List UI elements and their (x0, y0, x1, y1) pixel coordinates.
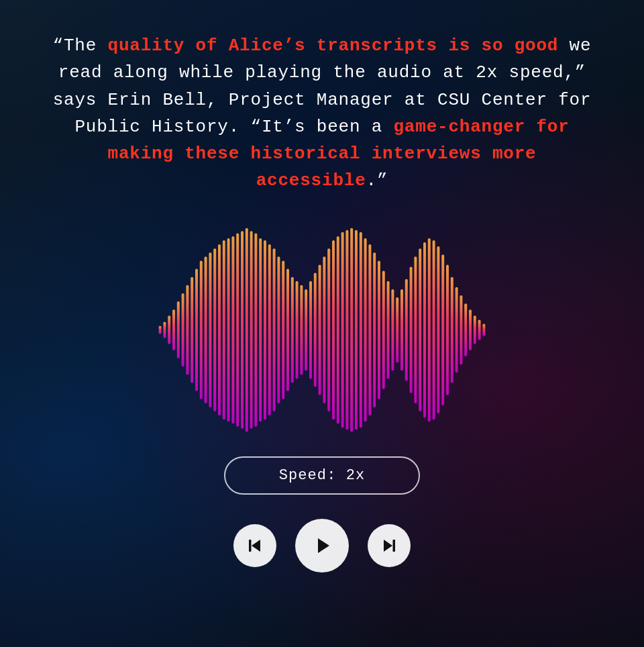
svg-rect-1 (163, 321, 166, 338)
svg-rect-63 (446, 264, 449, 395)
svg-rect-6 (186, 285, 189, 375)
svg-rect-46 (368, 244, 371, 415)
svg-rect-17 (236, 233, 239, 426)
svg-rect-7 (191, 277, 193, 383)
svg-rect-20 (250, 231, 253, 428)
svg-rect-72 (249, 540, 252, 552)
svg-rect-47 (373, 252, 376, 407)
svg-rect-16 (231, 236, 234, 424)
svg-rect-14 (223, 240, 225, 419)
svg-rect-2 (168, 315, 170, 344)
svg-rect-26 (277, 256, 280, 403)
svg-rect-4 (177, 301, 180, 358)
svg-rect-15 (227, 238, 230, 421)
svg-rect-51 (391, 289, 394, 370)
svg-rect-41 (345, 230, 348, 430)
quote-highlight1: quality of Alice’s transcripts is so goo… (108, 36, 559, 56)
svg-rect-44 (360, 232, 362, 428)
svg-rect-48 (378, 260, 380, 399)
skip-forward-button[interactable] (368, 524, 411, 567)
svg-rect-38 (332, 240, 335, 419)
playback-controls (233, 519, 411, 573)
svg-rect-50 (387, 281, 390, 379)
svg-rect-21 (254, 233, 257, 426)
skip-back-icon (246, 536, 264, 555)
waveform-svg (148, 215, 496, 436)
svg-rect-65 (455, 287, 458, 373)
svg-rect-56 (414, 256, 417, 403)
svg-rect-31 (300, 285, 303, 375)
svg-marker-73 (252, 540, 260, 552)
svg-rect-58 (423, 242, 426, 417)
play-button[interactable] (295, 519, 349, 573)
svg-rect-12 (213, 248, 216, 411)
waveform-container (148, 215, 496, 436)
svg-rect-36 (323, 256, 325, 403)
svg-rect-45 (364, 238, 367, 421)
svg-rect-9 (200, 260, 203, 399)
main-content: “The quality of Alice’s transcripts is s… (0, 0, 644, 647)
svg-rect-25 (273, 248, 276, 411)
svg-rect-59 (428, 238, 431, 421)
svg-rect-19 (246, 228, 248, 432)
quote-opening: “The (53, 36, 108, 56)
svg-rect-32 (305, 289, 307, 370)
svg-rect-64 (451, 277, 453, 383)
svg-marker-74 (318, 538, 329, 553)
speed-badge-label: Speed: 2x (279, 467, 366, 484)
svg-rect-57 (419, 248, 421, 411)
svg-rect-42 (350, 228, 353, 432)
svg-rect-34 (314, 272, 317, 387)
svg-rect-52 (396, 297, 398, 362)
svg-rect-0 (159, 326, 162, 334)
svg-rect-23 (264, 240, 266, 419)
quote-closing: .” (366, 170, 388, 191)
svg-rect-53 (400, 289, 403, 370)
svg-rect-49 (382, 270, 385, 389)
svg-rect-27 (282, 260, 284, 399)
svg-marker-76 (384, 540, 392, 552)
svg-rect-62 (441, 254, 444, 405)
svg-rect-5 (182, 293, 184, 366)
svg-rect-37 (327, 248, 330, 411)
svg-rect-55 (410, 266, 413, 393)
svg-rect-67 (464, 303, 467, 356)
svg-rect-69 (474, 315, 476, 344)
skip-back-button[interactable] (233, 524, 276, 567)
svg-rect-8 (195, 268, 198, 391)
svg-rect-43 (355, 230, 358, 430)
play-icon (311, 534, 333, 557)
svg-rect-33 (309, 281, 312, 379)
svg-rect-10 (205, 256, 207, 403)
speed-badge-button[interactable]: Speed: 2x (224, 456, 421, 495)
svg-rect-30 (296, 281, 299, 379)
svg-rect-70 (478, 319, 481, 340)
svg-rect-40 (341, 232, 344, 428)
svg-rect-18 (241, 231, 244, 428)
svg-rect-24 (268, 244, 271, 415)
svg-rect-68 (469, 309, 472, 350)
svg-rect-39 (337, 236, 339, 424)
quote-text: “The quality of Alice’s transcripts is s… (40, 32, 604, 195)
svg-rect-35 (319, 264, 321, 395)
svg-rect-28 (286, 268, 289, 391)
svg-rect-75 (393, 540, 396, 552)
skip-forward-icon (380, 536, 398, 555)
svg-rect-13 (218, 244, 221, 415)
svg-rect-61 (437, 246, 439, 413)
svg-rect-11 (209, 252, 211, 407)
quote-block: “The quality of Alice’s transcripts is s… (40, 32, 604, 195)
svg-rect-29 (291, 277, 294, 383)
svg-rect-66 (460, 295, 462, 364)
svg-rect-54 (405, 279, 408, 381)
svg-rect-71 (482, 324, 485, 336)
svg-rect-60 (433, 240, 435, 419)
svg-rect-22 (259, 238, 262, 421)
svg-rect-3 (172, 309, 175, 350)
